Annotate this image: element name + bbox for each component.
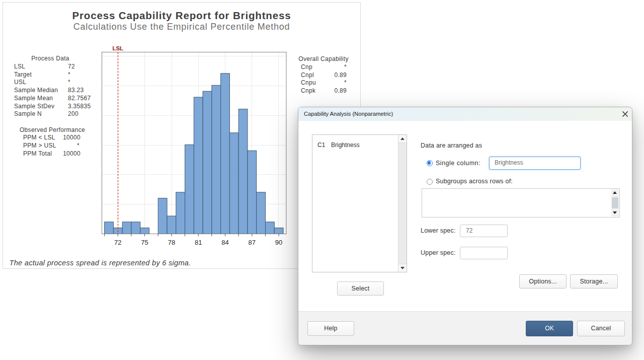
svg-text:84: 84 — [221, 239, 228, 246]
svg-text:72: 72 — [114, 239, 121, 246]
svg-text:90: 90 — [275, 239, 282, 246]
svg-text:78: 78 — [168, 239, 175, 246]
svg-text:81: 81 — [195, 239, 202, 246]
svg-text:87: 87 — [249, 239, 256, 246]
svg-text:LSL: LSL — [112, 45, 123, 51]
svg-text:75: 75 — [141, 239, 148, 246]
